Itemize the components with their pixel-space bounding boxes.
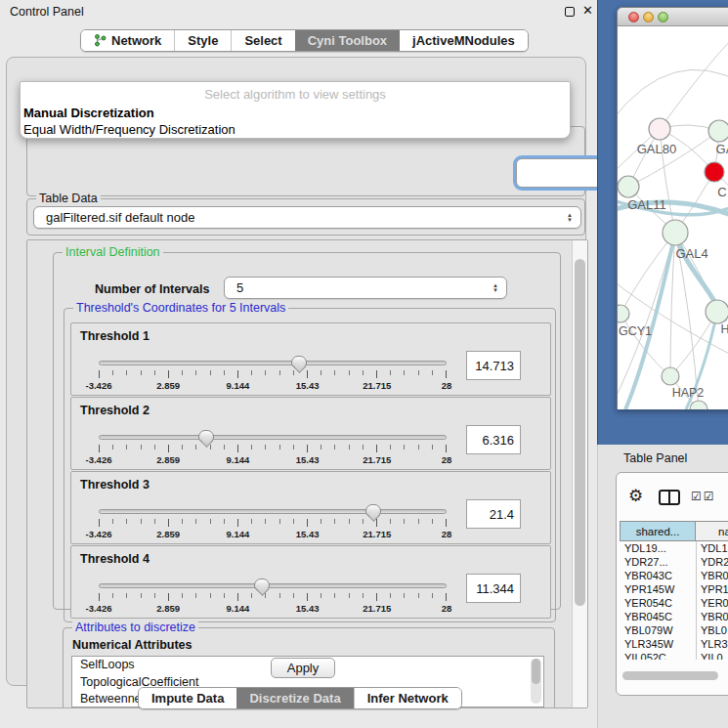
svg-text:GCY1: GCY1 — [619, 324, 652, 338]
tab-jactivemnodules[interactable]: jActiveMNodules — [400, 30, 528, 51]
group-title: Attributes to discretize — [72, 621, 198, 634]
node — [706, 300, 728, 323]
tab-cyni-toolbox[interactable]: Cyni Toolbox — [295, 30, 400, 51]
float-window-icon[interactable] — [565, 7, 575, 17]
threshold-3-slider[interactable]: -3.426 2.859 9.144 15.43 21.715 28 — [99, 503, 447, 542]
split-columns-icon[interactable] — [659, 490, 680, 505]
node — [618, 305, 629, 322]
svg-text:GAL4: GAL4 — [675, 246, 707, 261]
table-row[interactable]: YBR043CYBR0 — [620, 569, 728, 582]
tab-style[interactable]: Style — [174, 30, 231, 51]
list-scrollbar[interactable] — [531, 659, 541, 704]
svg-text:GA: GA — [716, 142, 728, 156]
node — [662, 367, 679, 385]
table-row[interactable]: YDL19...YDL1 — [620, 541, 728, 555]
node-red — [705, 162, 724, 182]
table-row[interactable]: YPR145WYPR1 — [620, 582, 728, 596]
number-of-intervals-combobox[interactable]: 5 ▲▼ — [224, 277, 507, 299]
svg-text:H: H — [720, 322, 728, 336]
network-icon — [94, 34, 107, 47]
svg-text:GAL11: GAL11 — [627, 197, 666, 212]
threshold-1-value-field[interactable]: 14.713 — [466, 351, 521, 380]
table-row[interactable]: YBL079WYBL0 — [620, 623, 728, 637]
dropdown-placeholder: Select algorithm to view settings — [21, 87, 570, 102]
group-title: Table Data — [36, 192, 101, 205]
tab-select[interactable]: Select — [231, 30, 294, 51]
threshold-4-box: Threshold 4 -3.426 2.859 9.144 15.43 21.… — [70, 545, 551, 619]
tab-infer-network[interactable]: Infer Network — [354, 688, 461, 708]
network-graph: GAL80 GA GAL11 C GAL4 GCY1 H HAP2 — [618, 26, 728, 409]
combo-arrows-icon: ▲▼ — [492, 278, 498, 298]
panel-title: Control Panel — [10, 5, 84, 19]
node — [663, 220, 688, 245]
horizontal-scrollbar[interactable] — [622, 671, 718, 680]
network-view-frame: GAL80 GA GAL11 C GAL4 GCY1 H HAP2 — [597, 0, 728, 446]
node — [618, 176, 639, 197]
network-window-titlebar[interactable] — [618, 8, 728, 26]
select-columns-icon[interactable]: ☑☑ — [691, 490, 716, 503]
threshold-3-box: Threshold 3 -3.426 2.859 9.144 15.43 21.… — [70, 471, 551, 544]
node — [708, 120, 728, 142]
gear-icon[interactable]: ⚙ — [628, 486, 643, 506]
svg-text:HAP2: HAP2 — [672, 386, 705, 400]
thresholds-group: Threshold's Coordinates for 5 Intervals … — [64, 308, 556, 622]
settings-scrollpane: Interval Definition Number of Intervals … — [26, 239, 588, 708]
svg-text:C: C — [717, 185, 726, 199]
table-row[interactable]: YBR045CYBR0 — [620, 610, 728, 623]
interval-definition-group: Interval Definition Number of Intervals … — [53, 252, 561, 610]
table-row[interactable]: YLR345WYLR3 — [620, 637, 728, 651]
table-row[interactable]: YDR27...YDR2 — [620, 555, 728, 569]
tab-network[interactable]: Network — [81, 30, 174, 51]
svg-text:GAL80: GAL80 — [637, 142, 676, 156]
table-data-combobox[interactable]: galFiltered.sif default node ▲▼ — [33, 206, 581, 229]
threshold-2-value-field[interactable]: 6.316 — [466, 425, 521, 454]
node — [649, 118, 670, 140]
column-header-shared-name[interactable]: shared... — [620, 521, 696, 541]
threshold-1-box: Threshold 1 -3.426 2.859 9.144 15.43 21.… — [70, 322, 551, 396]
bottom-tab-strip: Impute Data Discretize Data Infer Networ… — [138, 687, 462, 709]
dropdown-option-equal-width[interactable]: Equal Width/Frequency Discretization — [23, 122, 236, 137]
slider-thumb[interactable] — [291, 356, 307, 367]
table-panel: Table Panel ⚙ ☑☑ shared... na YDL19...YD… — [597, 445, 728, 728]
slider-thumb[interactable] — [254, 578, 270, 590]
node — [690, 401, 707, 409]
slider-thumb[interactable] — [365, 504, 381, 516]
table-data-value: galFiltered.sif default node — [46, 210, 194, 225]
column-header-name[interactable]: na — [696, 521, 728, 541]
close-traffic-light-icon[interactable] — [628, 12, 639, 22]
threshold-3-value-field[interactable]: 21.4 — [466, 499, 521, 529]
apply-button[interactable]: Apply — [271, 658, 335, 678]
table-row[interactable]: YIL052CYIL0 — [620, 651, 728, 660]
threshold-2-slider[interactable]: -3.426 2.859 9.144 15.43 21.715 28 — [99, 429, 447, 468]
threshold-1-slider[interactable]: -3.426 2.859 9.144 15.43 21.715 28 — [99, 355, 447, 394]
table-panel-title: Table Panel — [623, 451, 687, 465]
number-of-intervals-label: Number of Intervals — [95, 282, 209, 296]
threshold-4-slider[interactable]: -3.426 2.859 9.144 15.43 21.715 28 — [99, 578, 447, 617]
cyni-toolbox-panel: Discretization Algorithm Table Data galF… — [6, 57, 586, 686]
algorithm-combobox[interactable] — [516, 158, 602, 188]
dropdown-option-manual[interactable]: Manual Discretization — [23, 106, 154, 120]
vertical-scrollbar[interactable] — [572, 240, 587, 707]
close-icon[interactable]: ✕ — [582, 3, 593, 18]
network-canvas[interactable]: GAL80 GA GAL11 C GAL4 GCY1 H HAP2 — [618, 26, 728, 409]
table-rows: YDL19...YDL1 YDR27...YDR2 YBR043CYBR0 YP… — [620, 541, 728, 660]
scrollbar-thumb[interactable] — [575, 259, 585, 606]
zoom-traffic-light-icon[interactable] — [658, 12, 668, 22]
tab-network-label: Network — [111, 33, 161, 48]
algorithm-dropdown-popup: Select algorithm to view settings Manual… — [20, 81, 571, 139]
threshold-2-box: Threshold 2 -3.426 2.859 9.144 15.43 21.… — [70, 397, 551, 470]
group-title: Interval Definition — [63, 245, 163, 259]
tab-discretize-data[interactable]: Discretize Data — [236, 688, 353, 708]
slider-thumb[interactable] — [198, 430, 214, 442]
table-window: ⚙ ☑☑ shared... na YDL19...YDL1 YDR27...Y… — [616, 472, 728, 696]
group-title: Threshold's Coordinates for 5 Intervals — [73, 301, 288, 315]
threshold-4-value-field[interactable]: 11.344 — [466, 574, 521, 603]
minimize-traffic-light-icon[interactable] — [643, 12, 654, 22]
combo-arrows-icon: ▲▼ — [567, 207, 573, 228]
network-window: GAL80 GA GAL11 C GAL4 GCY1 H HAP2 — [617, 7, 728, 409]
tab-impute-data[interactable]: Impute Data — [139, 688, 236, 708]
top-tab-strip: Network Style Select Cyni Toolbox jActiv… — [80, 29, 529, 52]
table-data-group: Table Data galFiltered.sif default node … — [26, 198, 585, 236]
table-row[interactable]: YER054CYER0 — [620, 596, 728, 610]
numerical-attributes-label: Numerical Attributes — [72, 638, 192, 652]
